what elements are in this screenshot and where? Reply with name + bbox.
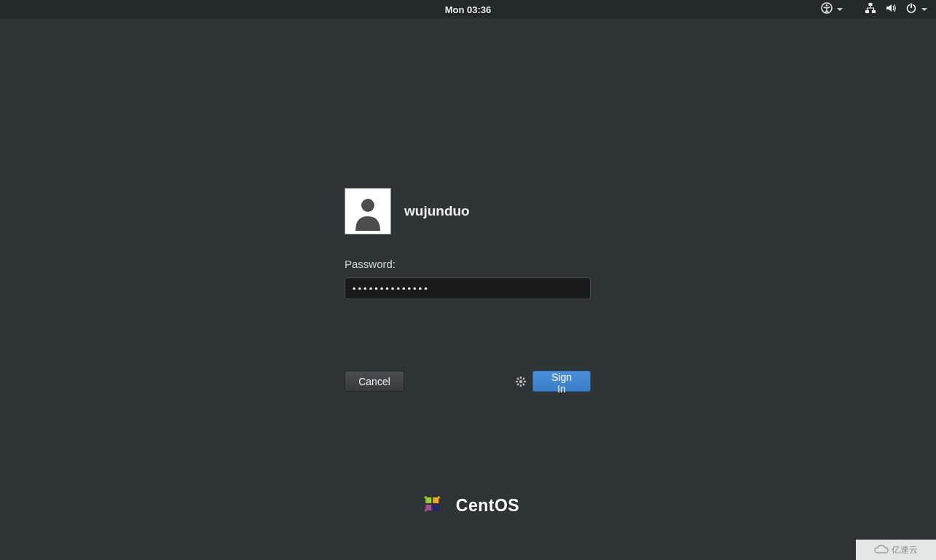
watermark-text: 亿速云 [892,544,918,556]
login-panel: wujunduo Password: Cancel [345,188,591,392]
volume-icon[interactable] [885,2,897,17]
svg-line-16 [517,378,519,379]
svg-line-18 [517,383,519,384]
svg-rect-4 [872,10,876,13]
cancel-button[interactable]: Cancel [345,371,404,392]
user-avatar [345,188,391,234]
centos-logo-icon [417,489,447,522]
user-identity-row: wujunduo [345,188,591,234]
power-menu[interactable] [905,2,927,17]
svg-line-17 [523,383,524,384]
accessibility-menu[interactable] [821,2,843,17]
datetime-display[interactable]: Mon 03:36 [445,4,492,15]
svg-point-1 [826,4,828,7]
chevron-down-icon [921,8,927,11]
svg-rect-3 [865,10,869,13]
network-wired-icon[interactable] [865,2,876,17]
svg-line-19 [523,378,524,379]
password-label: Password: [345,258,591,270]
session-settings-button[interactable] [515,376,527,387]
signin-button[interactable]: Sign In [532,371,591,392]
os-name-label: CentOS [456,496,519,516]
cloud-icon [874,545,889,555]
watermark: 亿速云 [856,540,936,560]
login-button-row: Cancel Sign In [345,371,591,392]
os-branding: CentOS [417,489,519,522]
password-input[interactable] [345,277,591,299]
svg-rect-2 [869,3,873,6]
user-avatar-icon [348,192,388,231]
svg-point-10 [361,199,374,212]
power-icon [905,2,917,17]
svg-point-11 [519,379,522,382]
top-bar: Mon 03:36 [0,0,936,19]
accessibility-icon [821,2,833,17]
system-status-area [821,0,927,19]
chevron-down-icon [837,8,843,11]
username-label: wujunduo [404,203,470,219]
